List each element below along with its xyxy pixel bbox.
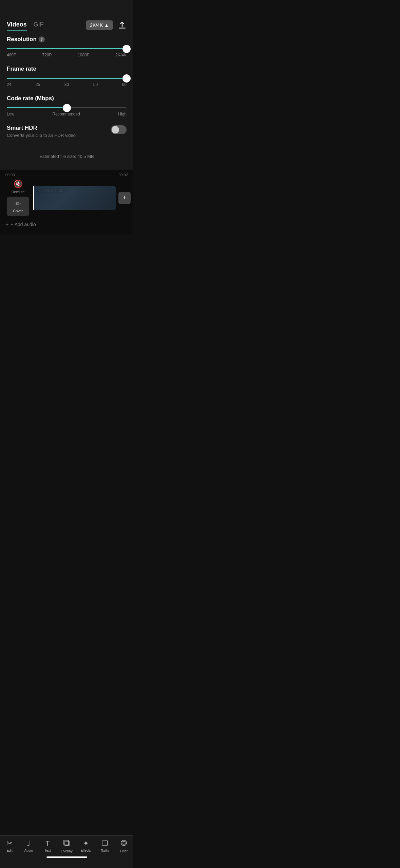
add-clip-button[interactable]: + [118,192,131,204]
code-rate-label: Code rate (Mbps) [7,95,127,102]
cover-button[interactable]: ✏ Cover [7,197,29,216]
unmute-button[interactable]: 🔇 Unmute [12,180,25,194]
file-size-label: Estimated file size: 40.5 MB [7,150,127,162]
frame-rate-mark-60: 60 [122,82,127,87]
frame-rate-thumb[interactable] [122,74,131,83]
frame-rate-mark-30: 30 [64,82,69,87]
tab-actions: 2K/4K ▲ [86,20,127,30]
frame-rate-slider[interactable] [7,78,127,79]
frame-rate-labels: 24 25 30 50 60 [7,82,127,87]
export-button[interactable] [118,21,127,30]
resolution-mark-480p: 480P [7,53,16,57]
cover-icon: ✏ [16,200,21,207]
video-clip[interactable]: ↺ Jump Cut 🔊 [33,186,116,210]
code-rate-thumb[interactable] [63,104,71,112]
smart-hdr-description: Converts your clip to an HDR video [7,133,106,138]
mute-icon: 🔇 [14,180,23,188]
smart-hdr-toggle[interactable] [111,125,127,134]
quality-button[interactable]: 2K/4K ▲ [86,20,113,30]
tab-row: Videos GIF 2K/4K ▲ [7,20,127,30]
code-rate-mark-recommended: Recommended [52,112,80,116]
frame-rate-mark-25: 25 [36,82,40,87]
add-audio-icon: + [5,221,8,228]
frame-rate-section: Frame rate 24 25 30 50 60 [7,66,127,87]
export-icon [118,21,127,30]
timeline-wrapper: 🔇 Unmute ✏ Cover ↺ Jump Cut [0,180,133,231]
code-rate-labels: Low Recommended High [7,112,127,116]
resolution-slider[interactable] [7,48,127,49]
resolution-mark-2k4k: 2K/4K [115,53,127,57]
cover-label: Cover [13,209,23,213]
clip-background [33,186,116,210]
smart-hdr-text: Smart HDR Converts your clip to an HDR v… [7,125,106,138]
settings-panel: Videos GIF 2K/4K ▲ Resolution ? [0,0,133,169]
code-rate-fill [7,107,67,108]
smart-hdr-title: Smart HDR [7,125,106,131]
add-audio-label: + Add audio [11,222,36,227]
code-rate-section: Code rate (Mbps) Low Recommended High [7,95,127,116]
add-audio-row[interactable]: + + Add audio [0,218,133,231]
code-rate-track [7,107,127,108]
resolution-label: Resolution ? [7,36,127,43]
resolution-track [7,48,127,49]
resolution-labels: 480P 720P 1080P 2K/4K [7,53,127,57]
resolution-help-icon[interactable]: ? [39,36,45,42]
resolution-mark-1080p: 1080P [78,53,90,57]
smart-hdr-row: Smart HDR Converts your clip to an HDR v… [7,125,127,145]
resolution-section: Resolution ? 480P 720P 1080P 2K/4K [7,36,127,57]
frame-rate-track [7,78,127,79]
toggle-knob [112,126,119,133]
code-rate-mark-low: Low [7,112,14,116]
frame-rate-label: Frame rate [7,66,127,72]
resolution-fill [7,48,127,49]
resolution-mark-720p: 720P [42,53,52,57]
timeline-cursor [33,186,34,210]
timeline-time-row: 00:00 00:02 [0,173,133,177]
timeline-section: 00:00 00:02 🔇 Unmute ✏ Cover [0,169,133,234]
code-rate-mark-high: High [118,112,127,116]
frame-rate-mark-24: 24 [7,82,11,87]
code-rate-slider[interactable] [7,107,127,108]
tab-group: Videos GIF [7,21,44,30]
frame-rate-fill [7,78,127,79]
timeline-time-left: 00:00 [5,173,15,177]
tab-gif[interactable]: GIF [34,21,44,30]
tab-videos[interactable]: Videos [7,21,27,30]
timeline-time-right: 00:02 [118,173,128,177]
unmute-label: Unmute [12,190,25,194]
frame-rate-mark-50: 50 [93,82,98,87]
resolution-thumb[interactable] [122,45,131,53]
